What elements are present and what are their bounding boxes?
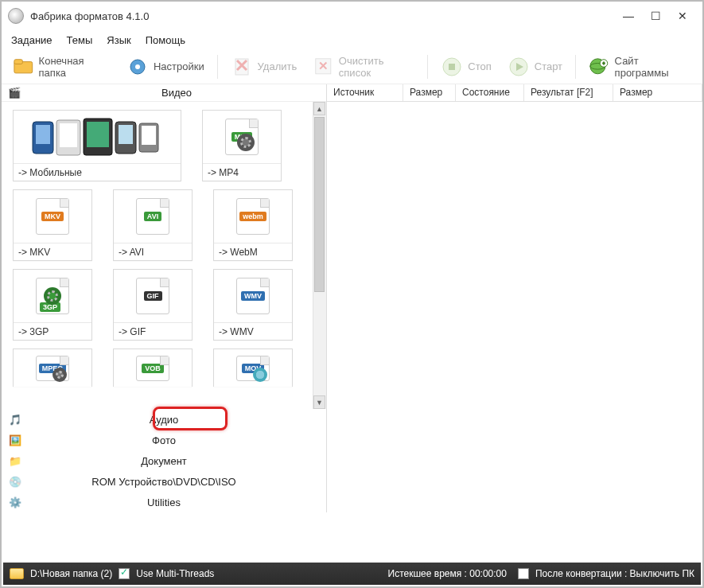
status-folder-icon[interactable] [10, 568, 24, 579]
category-utilities[interactable]: ⚙️ Utilities [2, 492, 326, 512]
category-rom[interactable]: 💿 ROM Устройство\DVD\CD\ISO [2, 471, 326, 492]
tile-webm-label: -> WebM [214, 243, 292, 260]
menu-bar: Задание Темы Язык Помощь [2, 30, 702, 49]
gear-small-icon: ⚙️ [2, 496, 29, 508]
scroll-down-button[interactable]: ▼ [313, 395, 325, 409]
col-state[interactable]: Состояние [456, 84, 524, 101]
site-label: Сайт программы [615, 55, 691, 79]
video-clapper-icon: 🎬 [2, 87, 27, 99]
after-convert-label: После конвертации : Выключить ПК [535, 568, 694, 579]
tile-avi[interactable]: AVI -> AVI [113, 189, 193, 261]
col-size[interactable]: Размер [403, 84, 456, 101]
col-source[interactable]: Источник [327, 84, 403, 101]
music-note-icon: 🎵 [2, 414, 29, 426]
stop-label: Стоп [468, 60, 491, 72]
start-label: Старт [535, 60, 562, 72]
category-document-label: Документ [29, 455, 326, 467]
site-button[interactable]: Сайт программы [582, 52, 698, 82]
category-audio-label: Аудио [29, 414, 326, 426]
col-size2[interactable]: Размер [613, 84, 702, 101]
webm-badge: webm [239, 212, 266, 221]
svg-rect-21 [60, 123, 77, 147]
queue-header: Источник Размер Состояние Результат [F2]… [327, 84, 702, 102]
clear-icon: ✕ [313, 56, 334, 78]
start-button[interactable]: Старт [501, 53, 569, 81]
delete-icon [231, 56, 253, 78]
left-panel: 🎬 Видео [2, 84, 327, 512]
play-icon [508, 56, 530, 78]
title-bar: Фабрика форматов 4.1.0 — ☐ ✕ [2, 2, 702, 30]
clear-list-button[interactable]: ✕ Очистить список [306, 52, 421, 82]
col-result[interactable]: Результат [F2] [524, 84, 613, 101]
tile-wmv-label: -> WMV [214, 322, 292, 340]
elapsed-time: Истекшее время : 00:00:00 [388, 568, 507, 579]
disc-icon: 💿 [2, 476, 29, 488]
category-photo-label: Фото [29, 434, 326, 446]
tile-mp4[interactable]: MP4 -> MP4 [202, 110, 282, 181]
gear-icon [126, 56, 149, 78]
svg-point-3 [135, 64, 140, 69]
category-video-label: Видео [27, 87, 326, 99]
window-title: Фабрика форматов 4.1.0 [30, 10, 149, 22]
category-audio[interactable]: 🎵 Аудио [2, 409, 326, 430]
tile-avi-label: -> AVI [114, 243, 192, 260]
grid-scrollbar[interactable]: ▲ ▼ [313, 102, 326, 409]
tile-3gp-label: -> 3GP [14, 322, 91, 340]
svg-rect-19 [36, 125, 50, 144]
tile-gif-label: -> GIF [114, 322, 192, 340]
tile-gif[interactable]: GIF -> GIF [113, 269, 193, 341]
folder-icon [13, 56, 34, 78]
gif-badge: GIF [144, 291, 162, 301]
tile-mkv[interactable]: MKV -> MKV [13, 189, 92, 261]
app-icon [8, 8, 24, 24]
minimize-button[interactable]: — [615, 6, 642, 26]
queue-body [327, 102, 702, 512]
wmv-badge: WMV [241, 291, 265, 301]
menu-themes[interactable]: Темы [67, 34, 93, 46]
tile-mkv-label: -> MKV [14, 243, 91, 260]
svg-rect-23 [87, 122, 109, 147]
maximize-button[interactable]: ☐ [642, 6, 669, 26]
clear-label: Очистить список [339, 55, 415, 79]
tile-webm[interactable]: webm -> WebM [213, 189, 293, 261]
menu-help[interactable]: Помощь [146, 34, 185, 46]
close-button[interactable]: ✕ [669, 6, 696, 26]
right-panel: Источник Размер Состояние Результат [F2]… [327, 84, 702, 512]
mkv-badge: MKV [41, 212, 64, 221]
category-rom-label: ROM Устройство\DVD\CD\ISO [29, 476, 326, 488]
tile-mov[interactable]: MOV [213, 349, 293, 387]
category-video-header[interactable]: 🎬 Видео [2, 84, 326, 102]
tile-wmv[interactable]: WMV -> WMV [213, 269, 293, 341]
status-bar: D:\Новая папка (2) Use Multi-Threads Ист… [3, 563, 701, 585]
output-folder-label: Конечная папка [39, 55, 111, 79]
tile-3gp[interactable]: 3GP -> 3GP [13, 269, 92, 341]
delete-button[interactable]: Удалить [224, 53, 304, 81]
output-path[interactable]: D:\Новая папка (2) [30, 568, 112, 579]
menu-task[interactable]: Задание [11, 34, 53, 46]
document-icon: 📁 [2, 455, 29, 467]
svg-text:✕: ✕ [318, 59, 329, 72]
scroll-up-button[interactable]: ▲ [313, 102, 325, 115]
stop-icon [441, 56, 463, 78]
category-utilities-label: Utilities [29, 496, 326, 508]
menu-lang[interactable]: Язык [107, 34, 130, 46]
scroll-thumb[interactable] [314, 117, 325, 292]
category-photo[interactable]: 🖼️ Фото [2, 430, 326, 450]
tile-vob[interactable]: VOB [113, 349, 193, 387]
tile-mpeg[interactable]: MPEG [13, 349, 92, 387]
multithreads-checkbox[interactable] [119, 568, 130, 579]
settings-label: Настройки [154, 60, 204, 72]
category-document[interactable]: 📁 Документ [2, 450, 326, 471]
tile-mp4-label: -> MP4 [203, 163, 281, 181]
multithreads-label: Use Multi-Threads [136, 568, 214, 579]
svg-rect-25 [119, 125, 133, 144]
output-folder-button[interactable]: Конечная папка [6, 52, 117, 82]
after-convert-checkbox[interactable] [518, 568, 529, 579]
tile-mobile-label: -> Мобильные [14, 163, 181, 181]
avi-badge: AVI [144, 212, 161, 221]
stop-button[interactable]: Стоп [434, 53, 497, 81]
settings-button[interactable]: Настройки [120, 53, 211, 81]
vob-badge: VOB [142, 364, 164, 373]
tile-mobile[interactable]: -> Мобильные [13, 110, 181, 181]
delete-label: Удалить [258, 60, 298, 72]
